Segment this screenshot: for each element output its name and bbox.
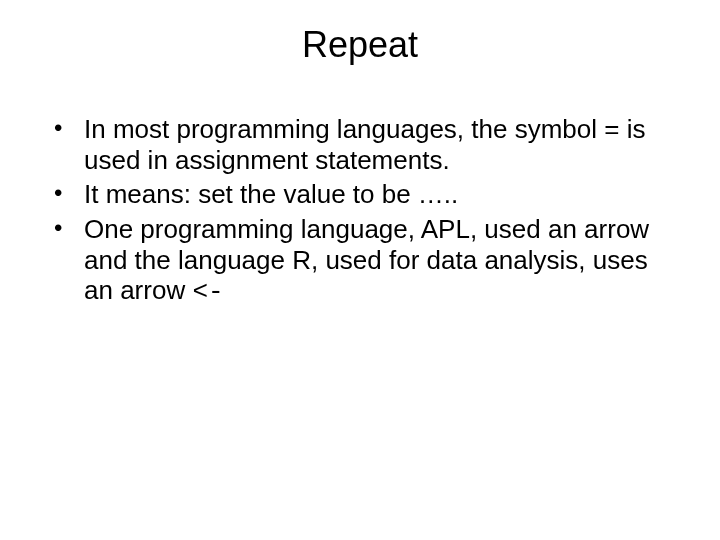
list-item: One programming language, APL, used an a… [54,214,680,308]
bullet-list: In most programming languages, the symbo… [40,114,680,308]
bullet-text: One programming language, APL, used an a… [84,214,649,305]
list-item: It means: set the value to be ….. [54,179,680,210]
bullet-text: It means: set the value to be ….. [84,179,458,209]
bullet-text: In most programming languages, the symbo… [84,114,645,175]
slide: Repeat In most programming languages, th… [0,0,720,540]
slide-title: Repeat [40,24,680,66]
list-item: In most programming languages, the symbo… [54,114,680,175]
arrow-symbol: <- [192,277,223,307]
